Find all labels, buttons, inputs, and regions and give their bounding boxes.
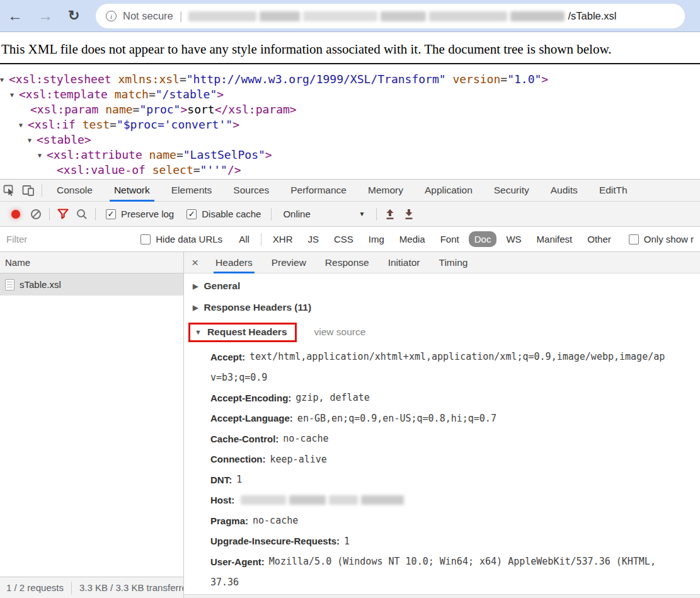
only-show-checkbox[interactable]: Only show r — [629, 234, 694, 244]
request-header-row: User-Agent:Mozilla/5.0 (Windows NT 10.0;… — [210, 551, 700, 572]
filter-type-media[interactable]: Media — [394, 231, 431, 247]
filter-type-ws[interactable]: WS — [500, 231, 527, 247]
xml-token: "proc" — [139, 103, 180, 116]
filter-type-manifest[interactable]: Manifest — [531, 231, 578, 247]
filter-type-img[interactable]: Img — [363, 231, 390, 247]
xml-token: "http://www.w3.org/1999/XSL/Transform" — [186, 72, 446, 86]
request-row-stable-xsl[interactable]: sTable.xsl — [0, 273, 183, 296]
xml-token: = — [176, 148, 183, 161]
request-header-row: Pragma:no-cache — [210, 510, 700, 531]
xml-document-tree: ▼<xsl:stylesheet xmlns:xsl="http://www.w… — [0, 72, 700, 178]
inspect-element-icon[interactable] — [0, 182, 19, 198]
header-name: Accept-Encoding: — [210, 393, 291, 403]
tab-sources[interactable]: Sources — [222, 180, 280, 202]
network-toolbar: ✓ Preserve log ✓ Disable cache Online ▼ — [0, 202, 700, 227]
view-source-link[interactable]: view source — [314, 326, 366, 338]
section-request-headers-row: ▼ Request Headers view source — [184, 319, 700, 345]
devtools-main-tabbar: ConsoleNetworkElementsSourcesPerformance… — [0, 180, 700, 202]
disable-cache-label: Disable cache — [202, 209, 261, 219]
filter-type-other[interactable]: Other — [582, 231, 617, 247]
xml-tree-line: <xsl:param name="proc">sort</xsl:param> — [0, 102, 700, 117]
expand-arrow-icon[interactable]: ▼ — [0, 72, 9, 88]
address-bar[interactable]: i Not secure | /sTable.xsl — [96, 4, 685, 28]
section-general[interactable]: ▶ General — [184, 276, 700, 296]
header-name: Host: — [210, 495, 234, 505]
detail-tab-headers[interactable]: Headers — [206, 252, 262, 273]
xml-token: = — [193, 163, 200, 176]
annotation-red-box[interactable]: ▼ Request Headers — [188, 323, 297, 342]
chevron-down-icon: ▼ — [195, 328, 202, 336]
expand-arrow-icon[interactable]: ▼ — [28, 133, 37, 148]
device-toolbar-icon[interactable] — [19, 182, 38, 198]
info-icon[interactable]: i — [106, 11, 117, 21]
horizontal-rule — [0, 63, 700, 64]
xml-token: "$proc='convert'" — [117, 118, 232, 131]
tab-elements[interactable]: Elements — [161, 180, 223, 202]
tab-console[interactable]: Console — [46, 180, 103, 202]
section-response-headers-label: Response Headers (11) — [204, 302, 311, 313]
xml-token: > — [265, 148, 272, 161]
tab-memory[interactable]: Memory — [357, 180, 414, 202]
section-request-headers-label: Request Headers — [207, 326, 287, 338]
reload-icon[interactable]: ↻ — [60, 9, 87, 23]
expand-arrow-icon[interactable]: ▼ — [38, 148, 47, 163]
header-name: DNT: — [210, 474, 232, 485]
tab-security[interactable]: Security — [483, 180, 540, 202]
tab-application[interactable]: Application — [414, 180, 483, 202]
tab-performance[interactable]: Performance — [280, 180, 357, 202]
tab-audits[interactable]: Audits — [540, 180, 588, 202]
xml-token: version — [452, 72, 500, 86]
detail-tab-response[interactable]: Response — [316, 252, 379, 273]
expand-arrow-icon[interactable]: ▼ — [19, 118, 28, 133]
xml-token: <xsl:param — [30, 103, 105, 116]
tab-network[interactable]: Network — [103, 180, 161, 202]
filter-type-xhr[interactable]: XHR — [267, 231, 299, 247]
request-header-row: Connection:keep-alive — [210, 449, 700, 470]
redacted-url — [188, 11, 568, 21]
detail-tab-preview[interactable]: Preview — [262, 252, 316, 273]
header-name: Cache-Control: — [210, 434, 278, 444]
request-header-row: DNT:1 — [210, 469, 700, 490]
throttling-dropdown[interactable]: Online ▼ — [283, 209, 365, 219]
requests-count: 1 / 2 requests — [6, 582, 64, 593]
filter-type-font[interactable]: Font — [435, 231, 465, 247]
xml-viewer-page: This XML file does not appear to have an… — [0, 33, 700, 179]
browser-window: ← → ↻ i Not secure | /sTable.xsl This XM… — [0, 0, 700, 598]
section-response-headers[interactable]: ▶ Response Headers (11) — [184, 296, 700, 319]
filter-type-all[interactable]: All — [233, 231, 255, 247]
clear-icon[interactable] — [26, 206, 45, 222]
redacted-block — [361, 495, 404, 505]
request-list-empty-area — [0, 296, 183, 577]
filter-type-doc[interactable]: Doc — [469, 231, 497, 247]
forward-icon[interactable]: → — [30, 8, 60, 23]
name-column-header[interactable]: Name — [0, 252, 183, 273]
detail-tab-initiator[interactable]: Initiator — [379, 252, 430, 273]
tab-editth[interactable]: EditTh — [588, 180, 638, 202]
search-icon[interactable] — [72, 206, 91, 222]
filter-type-css[interactable]: CSS — [328, 231, 359, 247]
back-icon[interactable]: ← — [0, 8, 30, 23]
xml-token: = — [110, 118, 117, 131]
hide-data-urls-label: Hide data URLs — [156, 234, 222, 244]
xml-token: <stable> — [37, 133, 91, 146]
filter-type-js[interactable]: JS — [302, 231, 324, 247]
close-icon[interactable]: × — [184, 256, 206, 270]
xml-no-style-notice: This XML file does not appear to have an… — [0, 33, 700, 57]
record-icon[interactable] — [11, 210, 20, 219]
filter-icon[interactable] — [54, 206, 72, 222]
detail-tab-timing[interactable]: Timing — [429, 252, 477, 273]
expand-arrow-icon[interactable]: ▼ — [10, 88, 19, 103]
header-value: text/html,application/xhtml+xml,applicat… — [250, 351, 665, 362]
hide-data-urls-checkbox[interactable]: Hide data URLs — [141, 234, 222, 244]
network-filter-bar: Hide data URLs AllXHRJSCSSImgMediaFontDo… — [0, 227, 700, 252]
export-har-icon[interactable] — [399, 206, 418, 222]
disable-cache-checkbox[interactable]: ✓ Disable cache — [186, 209, 261, 219]
preserve-log-checkbox[interactable]: ✓ Preserve log — [106, 209, 174, 219]
request-file-name: sTable.xsl — [20, 279, 61, 290]
import-har-icon[interactable] — [381, 206, 399, 222]
xml-token: = — [180, 72, 186, 86]
document-icon — [5, 279, 14, 290]
xml-token: <xsl:if — [28, 118, 83, 131]
filter-input[interactable] — [6, 234, 134, 244]
divider — [271, 208, 272, 221]
